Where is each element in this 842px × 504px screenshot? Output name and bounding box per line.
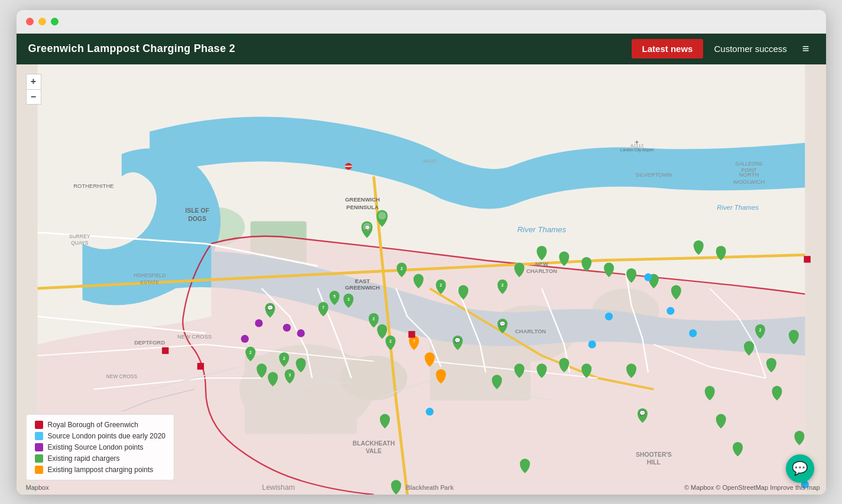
mapbox-text: Mapbox: [26, 484, 49, 491]
svg-text:QUAYS: QUAYS: [71, 240, 89, 246]
svg-point-48: [378, 212, 386, 219]
legend-label-source-london-early: Source London points due early 2020: [48, 432, 165, 440]
svg-text:ISLE OF: ISLE OF: [185, 207, 209, 214]
legend-label-rapid-chargers: Existing rapid chargers: [48, 454, 120, 463]
svg-text:Lewisham: Lewisham: [262, 483, 294, 492]
svg-text:River Thames: River Thames: [717, 204, 759, 211]
legend-label-source-london-existing: Existing Source London points: [48, 443, 144, 451]
legend-item-rapid-chargers: Existing rapid chargers: [35, 454, 165, 463]
legend-color-source-london-existing: [35, 443, 43, 451]
traffic-light-green[interactable]: [51, 18, 58, 25]
header-nav: Latest news Customer success ≡: [632, 39, 814, 58]
svg-point-74: [689, 329, 697, 337]
svg-text:2: 2: [372, 317, 375, 321]
svg-text:GALLEONS: GALLEONS: [735, 160, 762, 166]
legend-color-rapid-chargers: [35, 454, 43, 463]
svg-text:POINT: POINT: [741, 167, 756, 173]
svg-text:2: 2: [249, 350, 252, 355]
svg-text:NEW CROSS: NEW CROSS: [106, 373, 137, 379]
attribution-text: © Mapbox © OpenStreetMap Improve this ma…: [684, 484, 820, 491]
svg-text:CHARLTON: CHARLTON: [515, 328, 545, 334]
legend-color-royal-borough: [35, 421, 43, 429]
svg-text:SHOOTER'S: SHOOTER'S: [635, 451, 671, 457]
svg-point-70: [644, 273, 652, 281]
svg-text:PENINSULA: PENINSULA: [346, 203, 379, 210]
svg-text:ESTATE: ESTATE: [140, 279, 159, 285]
svg-point-73: [667, 307, 674, 314]
svg-text:?: ?: [412, 339, 415, 343]
legend-item-royal-borough: Royal Borough of Greenwich: [35, 421, 165, 429]
svg-text:DOGS: DOGS: [188, 216, 206, 222]
zoom-in-button[interactable]: +: [26, 74, 41, 89]
svg-text:CHARLTON: CHARLTON: [526, 267, 557, 274]
svg-text:2: 2: [759, 328, 761, 332]
svg-point-71: [604, 312, 612, 320]
svg-text:💬: 💬: [454, 337, 461, 344]
svg-text:EAST: EAST: [355, 277, 369, 284]
svg-text:💬: 💬: [639, 410, 645, 417]
app-header: Greenwich Lamppost Charging Phase 2 Late…: [17, 34, 826, 64]
svg-point-62: [255, 319, 262, 327]
svg-text:2: 2: [389, 339, 392, 343]
latest-news-button[interactable]: Latest news: [632, 39, 704, 58]
svg-point-63: [282, 323, 290, 331]
chat-icon: 💬: [792, 461, 808, 476]
map-legend: Royal Borough of Greenwich Source London…: [26, 414, 174, 480]
legend-label-royal-borough: Royal Borough of Greenwich: [48, 421, 138, 429]
svg-text:DEPTFORD: DEPTFORD: [134, 339, 165, 345]
svg-text:Blackheath Park: Blackheath Park: [405, 485, 453, 491]
svg-text:7: 7: [322, 305, 324, 310]
menu-icon[interactable]: ≡: [798, 40, 814, 58]
svg-text:BLACKHEATH: BLACKHEATH: [352, 440, 395, 446]
svg-rect-79: [408, 331, 415, 337]
svg-text:2: 2: [501, 283, 503, 287]
page-title: Greenwich Lamppost Charging Phase 2: [28, 43, 236, 55]
svg-text:5: 5: [333, 294, 336, 298]
svg-text:HILL: HILL: [646, 459, 661, 465]
legend-item-source-london-existing: Existing Source London points: [35, 443, 165, 451]
traffic-light-red[interactable]: [26, 18, 34, 25]
svg-text:A1020: A1020: [423, 158, 436, 163]
mapbox-label: Mapbox: [26, 484, 49, 491]
legend-label-lamppost-charging: Existing lamppost charging points: [48, 466, 154, 474]
traffic-light-yellow[interactable]: [38, 18, 46, 25]
svg-text:WOOLWICH: WOOLWICH: [733, 178, 765, 184]
browser-chrome: [17, 10, 826, 34]
chat-button[interactable]: 💬: [786, 454, 814, 483]
svg-text:ROTHERHITHE: ROTHERHITHE: [73, 182, 113, 188]
svg-point-75: [425, 408, 433, 415]
browser-window: Greenwich Lamppost Charging Phase 2 Late…: [17, 10, 826, 495]
svg-text:HGHESFIELD: HGHESFIELD: [134, 272, 165, 278]
svg-text:2: 2: [440, 283, 442, 287]
svg-text:💬: 💬: [364, 224, 370, 230]
svg-point-64: [297, 329, 304, 337]
svg-text:3: 3: [347, 297, 349, 301]
svg-rect-78: [197, 363, 203, 369]
svg-rect-77: [162, 347, 168, 353]
legend-item-lamppost-charging: Existing lamppost charging points: [35, 466, 165, 474]
map-attribution: © Mapbox © OpenStreetMap Improve this ma…: [684, 484, 820, 491]
app-container: Greenwich Lamppost Charging Phase 2 Late…: [17, 34, 826, 495]
legend-item-source-london-early: Source London points due early 2020: [35, 432, 165, 440]
svg-text:💬: 💬: [266, 305, 273, 311]
svg-text:NEW CROSS: NEW CROSS: [177, 333, 211, 340]
svg-text:GREENWICH: GREENWICH: [345, 284, 380, 291]
legend-color-source-london-early: [35, 432, 43, 440]
svg-text:VALE: VALE: [365, 447, 381, 454]
svg-point-65: [240, 334, 248, 342]
legend-color-lamppost-charging: [35, 466, 43, 474]
map-container[interactable]: ISLE OF DOGS ROTHERHITHE SURREY QUAYS GR…: [17, 64, 826, 495]
svg-text:GREENWICH: GREENWICH: [345, 196, 380, 203]
svg-text:3: 3: [288, 372, 291, 376]
svg-text:NEW: NEW: [535, 261, 548, 267]
svg-text:2: 2: [282, 356, 285, 360]
svg-rect-80: [804, 256, 810, 262]
svg-text:River Thames: River Thames: [517, 225, 566, 234]
zoom-out-button[interactable]: −: [26, 89, 41, 105]
map-zoom-controls: + −: [26, 74, 41, 105]
svg-point-72: [588, 340, 596, 348]
svg-text:SILVERTOWN: SILVERTOWN: [635, 171, 672, 177]
svg-text:London City Airport: London City Airport: [620, 147, 654, 152]
customer-success-button[interactable]: Customer success: [706, 39, 795, 58]
svg-text:2: 2: [400, 266, 402, 270]
